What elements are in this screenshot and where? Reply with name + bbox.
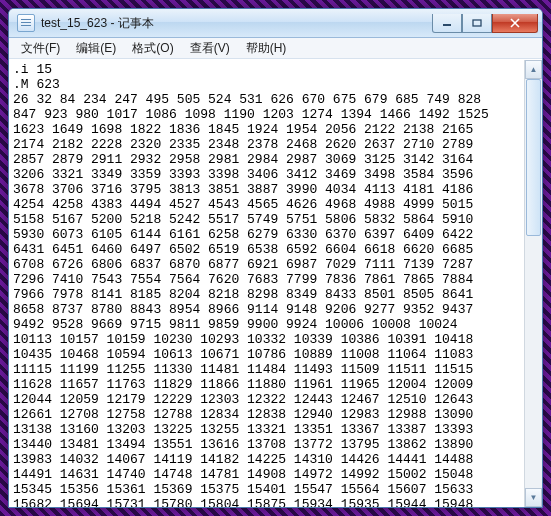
close-button[interactable] <box>492 14 538 33</box>
client-area: .i 15 .M 623 26 32 84 234 247 495 505 52… <box>9 59 542 507</box>
window-title: test_15_623 - 记事本 <box>41 15 154 32</box>
scroll-up-button[interactable]: ▲ <box>525 60 542 79</box>
text-area[interactable]: .i 15 .M 623 26 32 84 234 247 495 505 52… <box>9 60 524 507</box>
minimize-icon <box>442 19 452 27</box>
maximize-button[interactable] <box>462 14 492 33</box>
close-icon <box>509 18 521 28</box>
vertical-scrollbar[interactable]: ▲ ▼ <box>524 60 542 507</box>
scroll-down-button[interactable]: ▼ <box>525 488 542 507</box>
menu-format[interactable]: 格式(O) <box>124 39 181 58</box>
menu-edit[interactable]: 编辑(E) <box>68 39 124 58</box>
notepad-icon <box>17 14 35 32</box>
minimize-button[interactable] <box>432 14 462 33</box>
menu-bar: 文件(F) 编辑(E) 格式(O) 查看(V) 帮助(H) <box>9 38 542 59</box>
maximize-icon <box>472 19 482 27</box>
scroll-thumb[interactable] <box>526 79 541 236</box>
window-buttons <box>432 14 538 33</box>
menu-help[interactable]: 帮助(H) <box>238 39 295 58</box>
menu-view[interactable]: 查看(V) <box>182 39 238 58</box>
menu-file[interactable]: 文件(F) <box>13 39 68 58</box>
title-bar[interactable]: test_15_623 - 记事本 <box>9 9 542 38</box>
scroll-track[interactable] <box>525 79 542 488</box>
svg-rect-1 <box>473 20 481 26</box>
app-window: test_15_623 - 记事本 文件(F) 编辑(E) 格式(O) 查看(V… <box>8 8 543 508</box>
svg-rect-0 <box>443 24 451 26</box>
